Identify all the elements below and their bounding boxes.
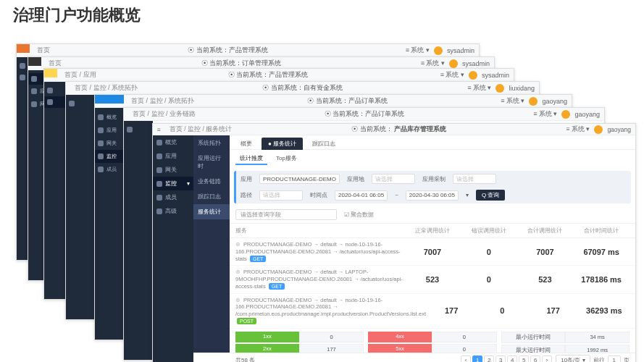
system-label: ☉ 当前系统：	[307, 97, 348, 104]
col-time: 合计时间统计	[573, 227, 630, 235]
timing-value: 34 ms	[565, 332, 630, 343]
expand-icon[interactable]: ⊕	[235, 241, 241, 248]
system-menu[interactable]: ≡ 系统 ▾	[566, 125, 590, 134]
avatar[interactable]	[594, 125, 603, 134]
menu-icon[interactable]: ≡	[157, 126, 161, 133]
filter-app-select[interactable]: PRODUCTMANAGE-DEMO	[259, 174, 340, 184]
avatar[interactable]	[529, 97, 538, 106]
pager-page[interactable]: 4	[507, 355, 517, 363]
system-label: ☉ 当前系统：	[188, 46, 229, 54]
menu-label[interactable]: ≡ 系统 ▾	[467, 83, 491, 93]
expand-icon[interactable]: ⊕	[235, 269, 241, 275]
filter-policy-select[interactable]: 请选择	[453, 174, 496, 184]
expand-icon[interactable]: ⊕	[235, 297, 241, 303]
cell-total: 523	[517, 275, 574, 284]
tab-tracelog[interactable]: 跟踪日志	[306, 138, 342, 150]
nav-service-stats[interactable]: 服务统计	[193, 204, 230, 219]
menu-label[interactable]: ≡ 系统 ▾	[406, 46, 430, 55]
pager-page[interactable]: 3	[495, 355, 506, 363]
pager-prev[interactable]: ‹	[461, 355, 471, 363]
nav-bizchain[interactable]: 业务链路	[193, 174, 230, 189]
menu-label[interactable]: ≡ 系统 ▾	[440, 70, 464, 80]
table-row: ⊕PRODUCTMANAGE-DEMO → default → LAPTOP-9…	[230, 266, 635, 293]
search-button[interactable]: Q 查询	[476, 190, 505, 201]
system-name: 产品订单系统	[348, 97, 388, 104]
cell-ok: 523	[404, 275, 461, 284]
menu-label[interactable]: ≡ 系统 ▾	[421, 59, 445, 68]
sidebar-item-monitor[interactable]: 监控 ▾	[153, 177, 193, 190]
pager-size[interactable]: 10条/页 ▾	[556, 355, 590, 362]
timing-label: 最小运行时间	[501, 332, 566, 343]
pager-page[interactable]: 5	[519, 355, 529, 363]
nav-tracelog[interactable]: 跟踪日志	[193, 189, 230, 204]
nav-runtime[interactable]: 应用运行时	[193, 151, 230, 174]
system-label: ☉ 当前系统：	[262, 84, 304, 91]
tab-service-stats[interactable]: ● 服务统计	[262, 138, 303, 150]
system-name: 自有资金系统	[304, 84, 343, 91]
filter-time-to[interactable]: 2020-04-30 06:05	[406, 190, 459, 201]
sidebar-item-overview[interactable]: 概览	[153, 135, 193, 149]
system-label: ☉ 当前系统：	[325, 110, 366, 117]
col-total: 合计调用统计	[517, 227, 574, 235]
breadcrumb[interactable]: 首页 / 监控 / 系统拓扑	[75, 83, 138, 93]
pager-next[interactable]: ›	[542, 355, 552, 363]
breadcrumb[interactable]: 首页 / 监控 / 系统拓扑	[131, 96, 194, 106]
system-name: 产品订单系统	[365, 110, 404, 117]
members-icon	[156, 195, 162, 201]
user-name: sysadmin	[482, 72, 509, 79]
sidebar-item-members[interactable]: 成员	[153, 190, 193, 204]
cell-total: 7007	[517, 248, 574, 256]
breadcrumb[interactable]: 首页 / 监控 / 服务统计	[170, 125, 232, 134]
user-name: liuxidang	[509, 85, 535, 92]
field-select[interactable]: 请选择查询字段	[235, 209, 337, 220]
status-label: 4xx	[368, 332, 432, 342]
pager-goto-input[interactable]: 1	[608, 355, 621, 362]
cell-err: 0	[477, 306, 527, 315]
window-accent	[95, 95, 124, 104]
pager-goto-label: 前往	[593, 356, 605, 362]
user-name: gaoyang	[574, 111, 600, 118]
sidebar-item-advanced[interactable]: 高级	[153, 204, 193, 218]
breadcrumb[interactable]: 首页 / 监控 / 业务链路	[133, 109, 196, 119]
avatar[interactable]	[561, 110, 570, 119]
filter-time-from[interactable]: 2020-04-01 06:05	[335, 190, 388, 201]
filter-path-label: 路径	[241, 191, 252, 199]
window-accent	[28, 57, 41, 66]
filter-instance-select[interactable]: 请选择	[372, 174, 415, 184]
pager-page[interactable]: 2	[484, 355, 494, 363]
filter-bar: 应用 PRODUCTMANAGE-DEMO 应用地 请选择 应用采制 请选择 路…	[234, 171, 631, 203]
window-stack: 首页 ☉ 当前系统：产品管理系统 ≡ 系统 ▾sysadmin 首页 ☉ 当前系…	[0, 29, 644, 362]
cell-time: 67097 ms	[573, 248, 630, 256]
overview-icon	[156, 140, 162, 146]
avatar[interactable]	[449, 59, 458, 68]
system-name: 产品管理系统	[269, 71, 308, 78]
avatar[interactable]	[469, 71, 477, 80]
subtab-top[interactable]: Top服务	[272, 153, 301, 165]
menu-label[interactable]: ≡ 系统 ▾	[501, 96, 524, 106]
status-value: 0	[299, 332, 364, 342]
method-badge: GET	[250, 256, 266, 262]
cell-err: 0	[461, 248, 517, 256]
avatar[interactable]	[495, 84, 504, 93]
nav-topology[interactable]: 系统拓扑	[193, 135, 230, 151]
filter-path-select[interactable]: 请选择	[259, 190, 303, 201]
sidebar-secondary: 系统拓扑 应用运行时 业务链路 跟踪日志 服务统计	[193, 135, 230, 353]
filter-instance-label: 应用地	[347, 175, 364, 183]
pager-page[interactable]: 1	[472, 355, 482, 363]
cell-time: 178186 ms	[573, 275, 630, 284]
user-name: gaoyang	[542, 98, 567, 105]
calendar-next-icon[interactable]: ▾	[466, 192, 469, 198]
time-sep: ~	[395, 192, 398, 198]
pager-page[interactable]: 6	[530, 355, 540, 363]
sidebar-item-gateway[interactable]: 网关	[153, 163, 193, 177]
menu-label[interactable]: ≡ 系统 ▾	[533, 109, 557, 119]
sub-tabs: 统计推度 Top服务	[230, 150, 635, 168]
sidebar	[66, 95, 95, 319]
col-ok: 正常调用统计	[404, 227, 461, 235]
sidebar-item-app[interactable]: 应用	[153, 149, 193, 163]
aggregate-toggle[interactable]: ☑ 聚合数据	[344, 211, 374, 219]
subtab-dimension[interactable]: 统计推度	[235, 153, 267, 165]
avatar[interactable]	[434, 46, 443, 55]
system-label: ☉ 当前系统：	[228, 71, 269, 78]
tab-overview[interactable]: 概要	[234, 138, 259, 150]
